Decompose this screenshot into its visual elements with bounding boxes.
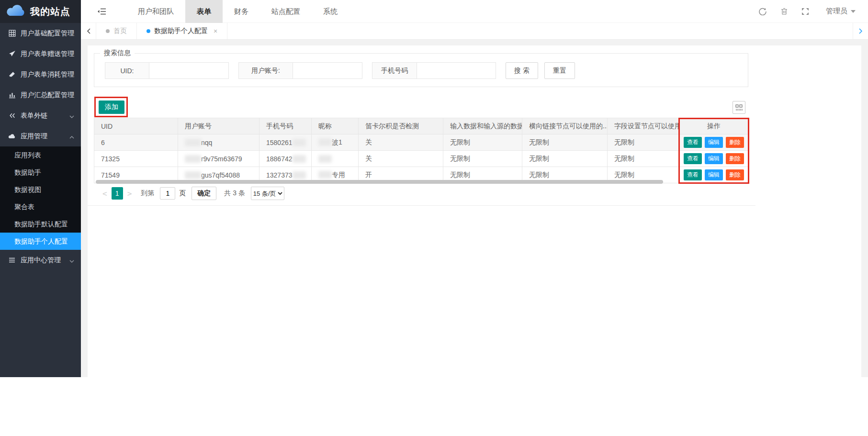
sidebar-subitem-assistant-personal-config[interactable]: 数据助手个人配置 [0,233,81,250]
tabbar-scroll-left[interactable] [81,23,96,39]
page-size-select[interactable]: 15 条/页 [251,187,284,200]
view-button[interactable]: 查看 [684,169,702,180]
tab-dot-icon [106,29,110,33]
sidebar-item-form-consume[interactable]: 用户表单消耗管理 [0,64,81,85]
col-account[interactable]: 用户账号 [178,118,259,134]
sidebar-item-form-gift[interactable]: 用户表单赠送管理 [0,44,81,64]
sidebar-subitem-assistant-default-config[interactable]: 数据助手默认配置 [0,215,81,233]
reset-button[interactable]: 重置 [544,62,575,79]
redacted-blur [293,171,306,179]
sidebar-item-label: 用户表单消耗管理 [21,70,74,79]
search-legend: 搜索信息 [100,49,135,57]
col-link-node-limit[interactable]: 横向链接节点可以使用的... [522,118,608,134]
col-nickname[interactable]: 昵称 [312,118,359,134]
col-input-data-limit[interactable]: 输入数据和输入源的数据... [443,118,522,134]
search-fieldset: 搜索信息 UID: 用户账号: 手机号码 搜 索 重置 [94,49,748,87]
col-phone[interactable]: 手机号码 [259,118,312,134]
add-button[interactable]: 添加 [99,101,124,114]
nav-tab-site-config[interactable]: 站点配置 [260,0,312,23]
cell-account: r9v75m63679 [178,151,259,167]
page-tabbar: 首页 数据助手个人配置 × [81,23,868,40]
sidebar-subitem-app-list[interactable]: 应用列表 [0,146,81,164]
uid-input[interactable] [149,63,228,78]
sidebar-item-label: 应用管理 [21,132,47,141]
site-title: 我的站点 [30,5,70,18]
sidebar-subitem-aggregate-table[interactable]: 聚合表 [0,198,81,215]
cell-uid: 6 [94,134,178,151]
edit-button[interactable]: 编辑 [705,153,723,164]
search-row: UID: 用户账号: 手机号码 搜 索 重置 [105,62,748,79]
account-label: 用户账号: [239,63,293,78]
delete-button[interactable]: 删除 [726,137,744,148]
sidebar-item-summary-config[interactable]: 用户汇总配置管理 [0,85,81,105]
view-button[interactable]: 查看 [684,153,702,164]
eraser-icon [8,71,16,78]
list-icon [8,257,16,263]
sidebar-item-label: 应用中心管理 [21,256,61,265]
tabbar-scroll-right[interactable] [853,23,868,39]
phone-input[interactable] [417,63,496,78]
trash-icon[interactable] [781,8,788,15]
content-card [88,45,861,377]
nav-tab-forms[interactable]: 表单 [185,0,223,23]
sidebar-item-app-center-management[interactable]: 应用中心管理 [0,250,81,270]
user-dropdown[interactable]: 管理员 [826,7,856,16]
edit-button[interactable]: 编辑 [705,137,723,148]
account-field-group: 用户账号: [238,62,362,79]
send-icon [8,50,16,57]
tab-label: 首页 [113,27,127,35]
redacted-blur [293,139,306,146]
goto-page-input[interactable] [160,187,175,200]
external-link-icon [8,112,16,119]
search-button[interactable]: 搜 索 [506,62,538,79]
nav-tab-system[interactable]: 系统 [312,0,349,23]
col-operations[interactable]: 操作 [679,118,749,134]
col-uid[interactable]: UID [94,118,178,134]
redacted-blur [185,155,201,163]
uid-field-group: UID: [105,62,229,79]
sidebar-item-label: 用户汇总配置管理 [21,91,74,100]
account-input[interactable] [293,63,362,78]
current-page-button[interactable]: 1 [112,187,123,200]
redacted-blur [318,138,332,146]
tab-close-icon[interactable]: × [214,27,217,35]
column-settings-button[interactable] [733,101,745,114]
nav-tab-finance[interactable]: 财务 [223,0,260,23]
delete-button[interactable]: 删除 [726,153,744,164]
top-header: 用户和团队 表单 财务 站点配置 系统 管理员 [81,0,868,23]
view-button[interactable]: 查看 [684,137,702,148]
user-name: 管理员 [826,7,847,16]
nav-tab-users-teams[interactable]: 用户和团队 [126,0,185,23]
fullscreen-icon[interactable] [802,8,809,15]
confirm-page-button[interactable]: 确定 [192,187,216,200]
sidebar-item-app-management[interactable]: 应用管理 [0,126,81,146]
cell-input-limit: 无限制 [443,151,522,167]
top-nav-tabs: 用户和团队 表单 财务 站点配置 系统 [126,0,349,23]
refresh-icon[interactable] [759,8,767,15]
edit-button[interactable]: 编辑 [705,169,723,180]
cell-nickname: 波1 [312,134,359,151]
sidebar-item-form-links[interactable]: 表单外链 [0,105,81,126]
tab-label: 数据助手个人配置 [154,27,208,35]
sidebar-subitem-data-assistant[interactable]: 数据助手 [0,164,81,181]
cell-operations: 查看编辑删除 [679,167,749,183]
prev-page-icon[interactable]: < [98,189,112,198]
sidebar-subitem-data-view[interactable]: 数据视图 [0,181,81,198]
cell-link-limit: 无限制 [522,134,608,151]
tab-assistant-personal-config[interactable]: 数据助手个人配置 × [137,23,227,39]
horizontal-scrollbar[interactable] [96,180,663,184]
next-page-icon[interactable]: > [123,189,136,198]
sidebar-item-user-base-config[interactable]: 用户基础配置管理 [0,23,81,44]
sidebar-collapse-icon[interactable] [97,8,106,15]
delete-button[interactable]: 删除 [726,169,744,180]
chevron-up-icon [69,133,74,140]
col-cartesian-check[interactable]: 笛卡尔积是否检测 [359,118,443,134]
uid-label: UID: [105,63,149,78]
cell-field-limit: 无限制 [608,134,679,151]
sidebar-item-label: 用户基础配置管理 [21,29,74,38]
cell-cartesian: 关 [359,134,443,151]
header-actions: 管理员 [759,7,868,16]
tab-home[interactable]: 首页 [96,23,137,39]
col-field-node-limit[interactable]: 字段设置节点可以使用的 [608,118,679,134]
cell-cartesian: 关 [359,151,443,167]
